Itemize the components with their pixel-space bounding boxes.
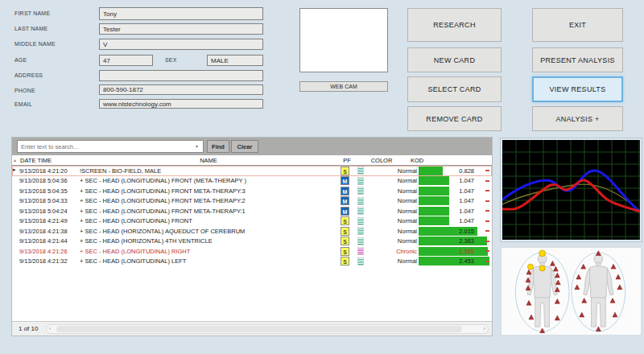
table-row[interactable]: 9/13/2018 4:21:26 + SEC - HEAD (LONGITUD…	[12, 246, 492, 257]
column-header-color[interactable]: COLOR	[361, 157, 402, 164]
row-date-time: 9/13/2018 5:04:35	[19, 187, 84, 195]
kod-value: 2.453	[439, 257, 474, 265]
table-row[interactable]: 9/13/2018 4:21:49 + SEC - HEAD (LONGITUD…	[12, 216, 492, 227]
row-status: Normal	[366, 228, 417, 235]
pf-badge: S	[341, 257, 349, 266]
kod-value: 1.047	[439, 197, 474, 204]
row-name: + SEC - HEAD (LONGITUDINAL) LEFT	[80, 257, 336, 265]
row-name: + SEC - HEAD (HORIZONTAL) 4TH VENTRICLE	[80, 237, 336, 245]
email-field[interactable]	[99, 99, 263, 109]
kod-value: 2.363	[439, 237, 474, 245]
table-row[interactable]: 9/13/2018 4:21:38 + SEC - HEAD (HORIZONT…	[12, 226, 492, 237]
remove-card-button[interactable]: REMOVE CARD	[407, 106, 502, 131]
column-header-pf[interactable]: PF	[336, 157, 357, 164]
row-marker-dash	[485, 220, 489, 222]
grid-pager: 1 of 10 ‹ ›	[12, 321, 492, 335]
color-chip-icon	[357, 197, 364, 205]
table-row[interactable]: 9/13/2018 5:04:36 + SEC - HEAD (LONGITUD…	[12, 176, 492, 187]
results-grid: ▾ Find Clear ▴ DATE TIME NAME PF COLOR K…	[11, 137, 493, 336]
row-marker-dash	[485, 210, 489, 212]
analysis-plus-button[interactable]: ANALYSIS +	[532, 106, 623, 131]
scrollbar-thumb[interactable]	[56, 326, 462, 332]
middle-name-field[interactable]	[99, 39, 263, 50]
web-cam-button[interactable]: WEB CAM	[299, 81, 388, 92]
row-date-time: 9/13/2018 4:21:32	[19, 257, 84, 265]
find-button[interactable]: Find	[207, 140, 229, 153]
last-name-field[interactable]	[99, 23, 263, 35]
row-status: Normal	[366, 187, 417, 195]
view-results-button[interactable]: VIEW RESULTS	[532, 76, 623, 102]
middle-name-label: MIDDLE NAME	[14, 41, 56, 47]
body-map-panel	[501, 247, 642, 335]
color-chip-icon	[357, 247, 364, 255]
row-date-time: 9/13/2018 4:21:26	[19, 248, 84, 255]
color-chip-icon	[357, 187, 364, 195]
address-label: ADDRESS	[14, 72, 43, 78]
grid-header: ▴ DATE TIME NAME PF COLOR KOD	[12, 155, 492, 166]
row-status: Normal	[366, 217, 417, 224]
table-row[interactable]: 9/13/2018 4:21:44 + SEC - HEAD (HORIZONT…	[12, 237, 492, 247]
scroll-right-icon[interactable]: ›	[483, 325, 485, 333]
scroll-left-icon[interactable]: ‹	[49, 325, 52, 333]
phone-field[interactable]	[99, 84, 263, 95]
spectrum-chart-canvas	[502, 140, 640, 240]
row-name: + SEC - HEAD (LONGITUDINAL) FRONT META-T…	[80, 197, 336, 204]
row-marker-dash	[485, 180, 489, 182]
color-chip-icon	[357, 237, 364, 245]
horizontal-scrollbar[interactable]: ‹ ›	[46, 324, 489, 334]
row-name: + SEC - HEAD (LONGITUDINAL) RIGHT	[80, 248, 336, 255]
row-name: + SEC - HEAD (LONGITUDINAL) FRONT META-T…	[80, 208, 336, 215]
row-date-time: 9/13/2018 4:21:20	[19, 167, 84, 175]
column-header-date-time[interactable]: DATE TIME	[20, 157, 52, 164]
color-chip-icon	[357, 227, 364, 235]
row-status: Normal	[366, 257, 417, 265]
kod-value: 1.047	[439, 177, 474, 184]
pf-badge: S	[341, 216, 349, 225]
patient-analysis-window: FIRST NAME LAST NAME MIDDLE NAME AGE SEX…	[0, 0, 644, 354]
research-button[interactable]: RESEARCH	[407, 8, 502, 42]
clear-button[interactable]: Clear	[231, 140, 258, 153]
pf-badge: S	[341, 227, 349, 236]
record-count-label: 1 of 10	[19, 325, 38, 332]
table-row[interactable]: ▸ 9/13/2018 4:21:20 !SCREEN - BIO-FIELD,…	[12, 166, 492, 176]
sex-field[interactable]	[207, 55, 263, 66]
row-marker-dash	[485, 200, 489, 202]
present-analysis-button[interactable]: PRESENT ANALYSIS	[532, 47, 623, 72]
pf-badge: M	[341, 187, 349, 196]
row-status: Normal	[366, 167, 417, 175]
kod-value: 2.385	[439, 248, 474, 255]
row-marker-dash	[485, 261, 489, 262]
new-card-button[interactable]: NEW CARD	[407, 47, 502, 72]
first-name-field[interactable]	[99, 7, 263, 20]
address-field[interactable]	[99, 70, 263, 81]
body-map-canvas	[502, 248, 641, 335]
column-header-name[interactable]: NAME	[80, 157, 337, 164]
row-status: Chronic	[366, 248, 417, 255]
row-name: + SEC - HEAD (LONGITUDINAL) FRONT	[80, 217, 336, 224]
pf-badge: S	[341, 247, 349, 256]
select-card-button[interactable]: SELECT CARD	[407, 76, 502, 102]
table-row[interactable]: 9/13/2018 5:04:33 + SEC - HEAD (LONGITUD…	[12, 196, 492, 207]
pf-badge: S	[341, 237, 349, 245]
row-status: Normal	[366, 197, 417, 204]
row-name: + SEC - HEAD (HORIZONTAL) AQUEDUCT OF CE…	[80, 228, 336, 235]
table-row[interactable]: 9/13/2018 4:21:32 + SEC - HEAD (LONGITUD…	[12, 257, 492, 267]
table-row[interactable]: 9/13/2018 5:04:24 + SEC - HEAD (LONGITUD…	[12, 206, 492, 216]
webcam-preview	[299, 8, 388, 72]
table-row[interactable]: 9/13/2018 5:04:35 + SEC - HEAD (LONGITUD…	[12, 186, 492, 196]
color-chip-icon	[357, 207, 364, 215]
age-field[interactable]	[99, 55, 153, 66]
row-indicator-icon: ▸	[13, 167, 16, 173]
row-marker-dash	[485, 241, 489, 242]
row-name: !SCREEN - BIO-FIELD, MALE	[80, 167, 336, 175]
kod-value: 1.047	[439, 217, 474, 224]
row-marker-dash	[485, 170, 489, 171]
kod-value: 2.015	[439, 228, 474, 235]
exit-button[interactable]: EXIT	[532, 8, 623, 42]
column-header-kod[interactable]: KOD	[411, 157, 423, 164]
grid-search-bar: ▾ Find Clear	[12, 138, 492, 155]
phone-label: PHONE	[14, 88, 35, 93]
search-input[interactable]	[17, 140, 204, 153]
last-name-label: LAST NAME	[14, 26, 47, 31]
color-chip-icon	[357, 257, 364, 266]
